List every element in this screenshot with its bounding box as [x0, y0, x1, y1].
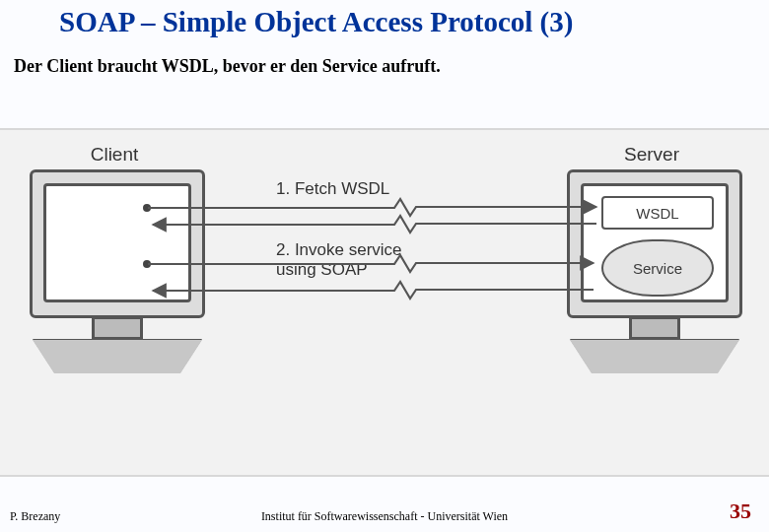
- server-label: Server: [567, 144, 736, 166]
- service-box: Service: [601, 239, 714, 297]
- step-2-label-line1: 2. Invoke service: [276, 240, 402, 260]
- step-1-label: 1. Fetch WSDL: [276, 179, 389, 199]
- client-connector-dot-2: [143, 260, 151, 268]
- server-computer: Server WSDL Service: [567, 169, 742, 373]
- client-computer: Client: [30, 169, 205, 373]
- page-number: 35: [730, 499, 751, 524]
- wsdl-box: WSDL: [601, 196, 714, 230]
- footer-institute: Institut für Softwarewissenschaft - Univ…: [0, 509, 769, 524]
- client-connector-dot-1: [143, 204, 151, 212]
- slide-title: SOAP – Simple Object Access Protocol (3): [59, 6, 769, 38]
- slide-subtitle: Der Client braucht WSDL, bevor er den Se…: [14, 56, 769, 77]
- client-label: Client: [30, 144, 199, 166]
- step-2-label-line2: using SOAP: [276, 260, 368, 280]
- soap-diagram: Client Server WSDL Service 1. Fetch WSDL…: [0, 128, 769, 477]
